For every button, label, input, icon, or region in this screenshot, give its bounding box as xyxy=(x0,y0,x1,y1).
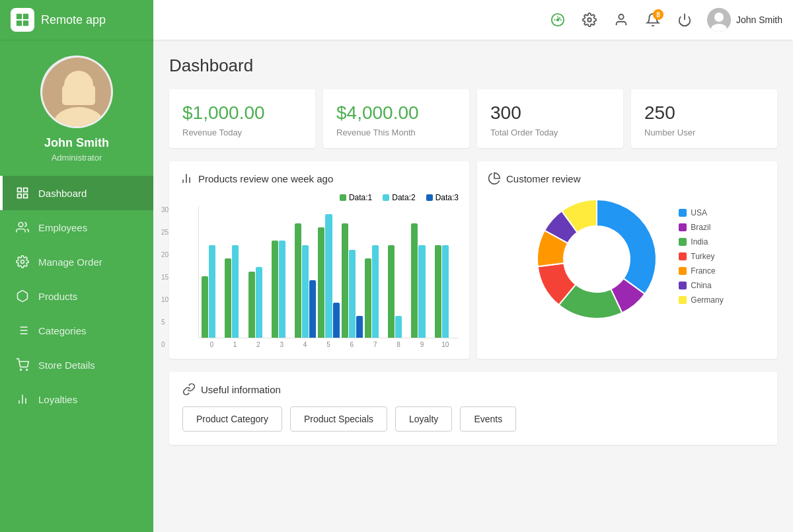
donut-legend-label-china: China xyxy=(691,281,711,290)
bar-x-labels: 012345678910 xyxy=(198,338,459,348)
svg-point-10 xyxy=(714,13,724,22)
svg-point-21 xyxy=(21,260,24,264)
donut-legend-dot-france xyxy=(679,267,687,275)
bar-5-1 xyxy=(325,214,332,338)
bar-y-label: 5 xyxy=(161,319,169,326)
legend-data3: Data:3 xyxy=(426,193,459,202)
bar-x-label-9: 9 xyxy=(411,341,432,348)
svg-point-20 xyxy=(19,223,23,227)
donut-chart-card: Customer review USABrazilIndiaTurkeyFran… xyxy=(477,161,777,359)
bar-2-1 xyxy=(256,267,262,338)
sidebar-item-store-details-label: Store Details xyxy=(38,360,95,371)
bar-y-label: 15 xyxy=(161,274,169,281)
stat-card-total-orders: 300 Total Order Today xyxy=(477,89,623,148)
bar-4-2 xyxy=(309,280,316,338)
bar-chart-wrapper: 051015202530 012345678910 xyxy=(180,206,459,348)
stat-cards: $1,000.00 Revenue Today $4,000.00 Revenu… xyxy=(169,89,777,148)
legend-data2: Data:2 xyxy=(383,193,415,202)
donut-legend-dot-turkey xyxy=(679,252,687,260)
bar-2-0 xyxy=(248,272,255,338)
bar-5-0 xyxy=(318,227,324,338)
donut-legend-label-france: France xyxy=(691,266,715,276)
bar-4-0 xyxy=(295,223,301,338)
sidebar-nav: Dashboard Employees Manage Order Product… xyxy=(0,176,153,532)
bar-10-0 xyxy=(435,245,441,338)
power-button[interactable] xyxy=(670,5,699,34)
donut-chart-header: Customer review xyxy=(488,172,767,185)
bar-x-label-1: 1 xyxy=(224,341,245,348)
svg-rect-16 xyxy=(18,188,22,192)
bar-x-label-3: 3 xyxy=(271,341,292,348)
user-avatar-top xyxy=(707,8,731,32)
stat-label-revenue-today: Revenue Today xyxy=(182,128,302,137)
bar-x-label-10: 10 xyxy=(435,341,456,348)
bar-chart-icon xyxy=(180,172,193,185)
donut-legend-label-brazil: Brazil xyxy=(691,223,710,232)
bar-8-0 xyxy=(388,245,395,338)
user-name-top: John Smith xyxy=(736,15,782,25)
bar-chart-header: Products review one week ago xyxy=(180,172,459,185)
btn-loyalty[interactable]: Loyalty xyxy=(395,406,452,432)
bar-y-label: 20 xyxy=(161,251,169,258)
notification-badge: 8 xyxy=(653,9,663,20)
svg-point-29 xyxy=(26,369,28,371)
sidebar-item-loyalties[interactable]: Loyalties xyxy=(0,382,153,416)
bar-group-6 xyxy=(342,223,363,338)
sidebar-item-categories-label: Categories xyxy=(38,325,87,336)
sidebar: John Smith Administrator Dashboard Emplo… xyxy=(0,40,153,532)
donut-legend-dot-china xyxy=(679,282,687,289)
bar-x-label-8: 8 xyxy=(388,341,409,348)
bar-x-label-0: 0 xyxy=(201,341,222,348)
donut-legend-dot-germany xyxy=(679,296,687,304)
bar-y-label: 10 xyxy=(161,296,169,303)
legend-data1: Data:1 xyxy=(340,193,372,202)
bar-group-1 xyxy=(225,245,246,338)
speedometer-button[interactable] xyxy=(543,5,572,34)
stat-value-number-user: 250 xyxy=(644,102,764,124)
sidebar-item-categories[interactable]: Categories xyxy=(0,313,153,348)
bar-6-2 xyxy=(356,316,363,338)
profile-button[interactable] xyxy=(607,5,636,34)
donut-svg xyxy=(531,193,663,325)
bar-x-label-4: 4 xyxy=(294,341,315,348)
user-info-top[interactable]: John Smith xyxy=(707,8,782,32)
sidebar-item-manage-order[interactable]: Manage Order xyxy=(0,245,153,279)
donut-container: USABrazilIndiaTurkeyFranceChinaGermany xyxy=(488,193,767,325)
bar-group-4 xyxy=(295,223,316,338)
sidebar-user-role: Administrator xyxy=(52,153,102,163)
donut-legend-item-india: India xyxy=(679,237,723,247)
app-brand: Remote app xyxy=(0,0,153,40)
settings-button[interactable] xyxy=(575,5,604,34)
main-layout: John Smith Administrator Dashboard Emplo… xyxy=(0,40,793,532)
svg-rect-3 xyxy=(23,20,28,26)
bar-chart-legend: Data:1 Data:2 Data:3 xyxy=(180,193,459,202)
svg-rect-1 xyxy=(23,14,28,19)
legend-dot-data3 xyxy=(426,194,433,201)
bar-7-1 xyxy=(372,245,379,338)
stat-card-revenue-month: $4,000.00 Revenue This Month xyxy=(323,89,469,148)
stat-card-revenue-today: $1,000.00 Revenue Today xyxy=(169,89,315,148)
charts-row: Products review one week ago Data:1 Data… xyxy=(169,161,777,359)
donut-chart-title: Customer review xyxy=(506,173,581,184)
sidebar-item-store-details[interactable]: Store Details xyxy=(0,348,153,382)
bar-y-labels: 051015202530 xyxy=(161,206,169,348)
btn-events[interactable]: Events xyxy=(460,406,516,432)
svg-rect-17 xyxy=(24,188,28,192)
svg-point-5 xyxy=(557,19,559,21)
sidebar-item-products[interactable]: Products xyxy=(0,279,153,313)
btn-product-category[interactable]: Product Category xyxy=(182,406,282,432)
sidebar-item-products-label: Products xyxy=(38,291,77,302)
btn-product-specials[interactable]: Product Specials xyxy=(290,406,387,432)
sidebar-item-employees[interactable]: Employees xyxy=(0,210,153,245)
svg-point-7 xyxy=(619,15,623,19)
donut-legend-dot-brazil xyxy=(679,223,687,231)
legend-label-data1: Data:1 xyxy=(349,193,372,202)
legend-dot-data1 xyxy=(340,194,346,201)
sidebar-user-name: John Smith xyxy=(44,136,109,150)
bar-y-label: 25 xyxy=(161,229,169,236)
sidebar-item-employees-label: Employees xyxy=(38,222,87,233)
bar-group-5 xyxy=(318,214,339,338)
bar-group-2 xyxy=(248,267,270,338)
sidebar-item-dashboard[interactable]: Dashboard xyxy=(0,176,153,210)
notifications-button[interactable]: 8 xyxy=(638,5,667,34)
